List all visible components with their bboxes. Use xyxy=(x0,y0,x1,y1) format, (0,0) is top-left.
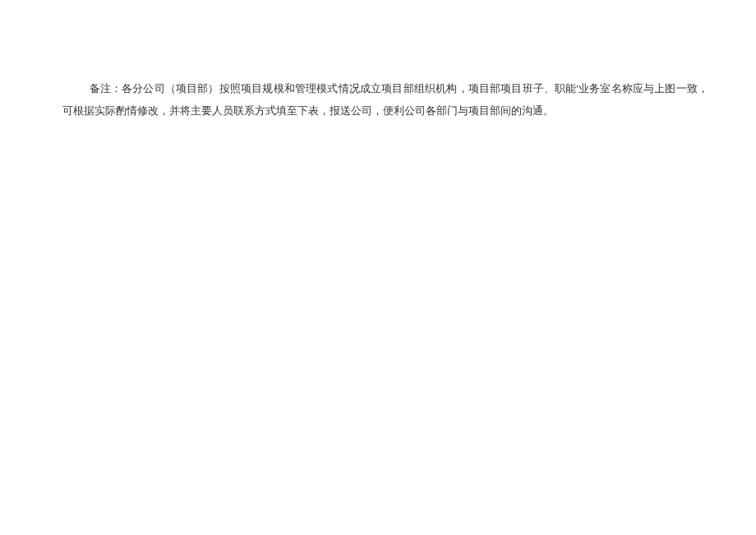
note-paragraph: 备注：各分公司（项目部）按照项目规模和管理模式情况成立项目部组织机构，项目部项目… xyxy=(62,77,708,122)
document-content: 备注：各分公司（项目部）按照项目规模和管理模式情况成立项目部组织机构，项目部项目… xyxy=(62,77,708,122)
